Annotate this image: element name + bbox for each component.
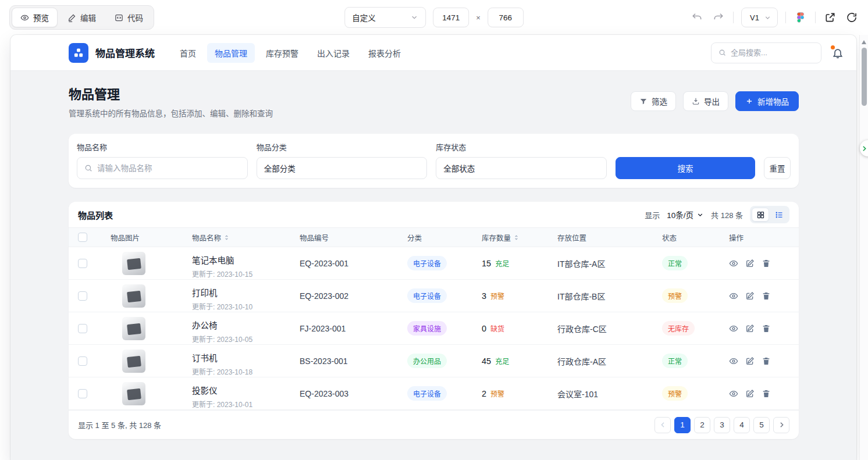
search-button[interactable]: 搜索 [616,157,755,179]
pagination-page-3[interactable]: 3 [714,417,730,433]
row-checkbox[interactable] [78,389,87,398]
table-header-row: 物品图片 物品名称 物品编号 分类 库存数量 存放位置 状态 操作 [69,227,799,247]
col-quantity[interactable]: 库存数量 [472,232,548,243]
page-title: 物品管理 [69,84,273,102]
status-badge: 无库存 [662,321,695,336]
item-code: BS-2023-001 [290,356,398,366]
undo-button[interactable] [690,10,704,24]
show-label: 显示 [645,209,660,220]
pagination-page-2[interactable]: 2 [694,417,710,433]
tab-edit[interactable]: 编辑 [59,8,105,27]
main-nav: 首页 物品管理 库存预警 出入记录 报表分析 [172,43,408,63]
size-times-label: × [476,13,481,22]
filter-button[interactable]: 筛选 [631,91,676,111]
row-checkbox[interactable] [78,324,87,333]
canvas-height-input[interactable] [488,8,524,27]
edit-button[interactable] [745,389,755,398]
redo-button[interactable] [712,10,725,24]
stock-status-select[interactable]: 全部状态 [436,157,607,179]
tab-preview[interactable]: 预览 [12,8,58,27]
add-item-button-label: 新增物品 [757,95,789,107]
nav-item-reports[interactable]: 报表分析 [361,43,408,63]
page-size-value: 10条/页 [667,209,693,220]
category-field: 物品分类 全部分类 [257,141,428,179]
view-button[interactable] [729,259,738,268]
delete-button[interactable] [762,259,771,268]
canvas-width-input[interactable] [433,8,469,27]
item-photo [122,284,145,308]
col-code: 物品编号 [290,232,398,243]
row-checkbox[interactable] [78,291,87,301]
edit-button[interactable] [745,324,755,333]
refresh-button[interactable] [845,10,859,24]
view-button[interactable] [729,324,738,333]
scrollbar-thumb[interactable] [862,48,867,106]
edit-icon [745,389,755,398]
pagination-prev[interactable] [654,417,671,433]
share-button[interactable] [823,10,837,24]
row-checkbox[interactable] [78,259,87,268]
edit-button[interactable] [745,356,755,366]
code-icon [115,13,123,22]
item-updated: 更新于: 2023-10-10 [192,301,290,311]
edit-button[interactable] [745,259,755,268]
eye-icon [729,324,738,333]
eye-icon [729,356,738,366]
divider [733,12,734,23]
toolbar-right-cluster: V1 [690,8,859,27]
nav-item-home[interactable]: 首页 [172,43,204,63]
reset-button[interactable]: 重置 [764,157,791,179]
figma-button[interactable] [794,10,807,24]
page-subtitle: 管理系统中的所有物品信息，包括添加、编辑、删除和查询 [69,107,273,119]
nav-item-stock-warning[interactable]: 库存预警 [258,43,306,63]
list-icon [775,211,784,219]
item-name: 打印机 [192,286,290,298]
view-button[interactable] [729,291,738,301]
col-name[interactable]: 物品名称 [183,232,290,243]
item-photo [122,252,145,275]
nav-item-items[interactable]: 物品管理 [207,43,255,63]
trash-icon [762,259,771,268]
pagination-page-5[interactable]: 5 [753,417,770,433]
reload-icon [846,12,858,23]
row-checkbox[interactable] [78,356,87,366]
tab-preview-label: 预览 [33,12,49,23]
export-button[interactable]: 导出 [683,91,728,111]
status-badge: 正常 [662,354,688,368]
edit-icon [745,259,755,268]
list-view-button[interactable] [770,208,788,222]
add-item-button[interactable]: 新增物品 [735,91,799,111]
pagination-page-4[interactable]: 4 [734,417,750,433]
version-select[interactable]: V1 [741,8,778,27]
item-name-input[interactable] [97,164,240,173]
delete-button[interactable] [762,291,771,301]
grid-view-button[interactable] [752,208,769,222]
item-code: EQ-2023-002 [290,291,398,301]
item-name-field: 物品名称 [77,141,248,179]
item-location: 行政仓库-C区 [548,323,653,334]
scrollbar-up-arrow-icon[interactable] [862,40,866,44]
view-button[interactable] [729,356,738,366]
view-button[interactable] [729,389,738,398]
tab-code[interactable]: 代码 [106,8,152,27]
delete-button[interactable] [762,356,771,366]
delete-button[interactable] [762,389,771,398]
size-preset-select[interactable]: 自定义 [344,7,426,28]
select-all-checkbox[interactable] [78,233,87,242]
figma-logo-icon [795,12,806,23]
magnifier-icon [718,48,726,57]
category-select[interactable]: 全部分类 [257,157,428,179]
pagination-next[interactable] [773,417,789,433]
item-code: EQ-2023-001 [290,259,398,268]
nav-item-records[interactable]: 出入记录 [310,43,357,63]
page-size-select[interactable]: 10条/页 [667,209,704,220]
pagination-page-1[interactable]: 1 [674,417,691,433]
edit-button[interactable] [745,291,755,301]
quantity-value: 0 [482,324,486,333]
notification-bell[interactable] [832,47,844,59]
global-search-input[interactable] [731,48,814,57]
category-badge: 家具设施 [407,321,447,336]
sort-arrows-icon [223,234,230,241]
delete-button[interactable] [762,324,771,333]
vertical-scrollbar[interactable] [859,35,868,460]
